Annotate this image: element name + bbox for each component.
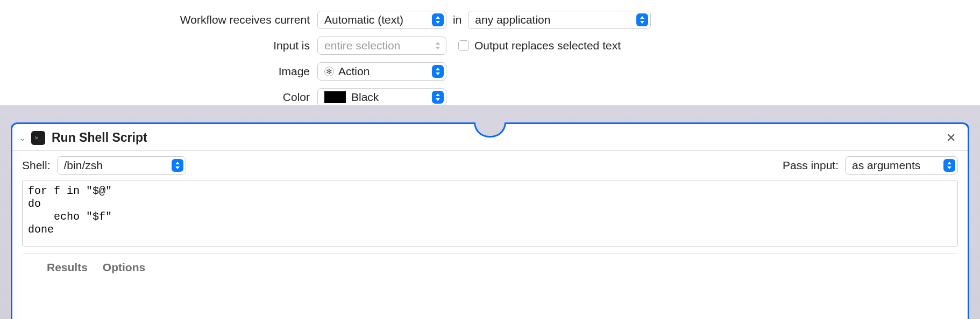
popup-color[interactable]: Black (317, 88, 446, 106)
label-shell: Shell: (22, 159, 51, 172)
popup-workflow-receives-value: Automatic (text) (324, 13, 403, 26)
popup-input-is[interactable]: entire selection (317, 37, 446, 55)
stepper-icon (432, 39, 444, 52)
stepper-icon (432, 65, 444, 78)
label-workflow-receives: Workflow receives current (0, 13, 317, 26)
popup-workflow-receives[interactable]: Automatic (text) (317, 11, 446, 29)
popup-input-is-value: entire selection (324, 39, 400, 52)
color-swatch (324, 91, 346, 103)
workflow-config: Workflow receives current Automatic (tex… (0, 0, 980, 106)
popup-pass-input-value: as arguments (852, 159, 920, 172)
stepper-icon (636, 13, 648, 26)
action-body: Shell: /bin/zsh Pass input: as arguments… (12, 151, 968, 274)
popup-image[interactable]: ✻ Action (317, 62, 446, 81)
tab-results[interactable]: Results (47, 261, 88, 274)
row-image: Image ✻ Action (0, 62, 980, 81)
workflow-canvas[interactable]: ⌄ >_ Run Shell Script ✕ Shell: /bin/zsh … (0, 105, 980, 319)
label-in: in (453, 13, 461, 26)
popup-pass-input[interactable]: as arguments (845, 156, 958, 175)
label-input-is: Input is (0, 39, 317, 52)
label-pass-input: Pass input: (783, 159, 839, 172)
row-workflow-receives: Workflow receives current Automatic (tex… (0, 11, 980, 29)
label-image: Image (0, 65, 317, 78)
popup-application-value: any application (475, 13, 550, 26)
disclosure-triangle[interactable]: ⌄ (19, 133, 26, 143)
popup-application[interactable]: any application (468, 11, 651, 29)
popup-shell[interactable]: /bin/zsh (57, 156, 186, 175)
popup-color-value: Black (351, 91, 379, 104)
label-color: Color (0, 91, 317, 104)
script-textarea[interactable]: for f in "$@" do echo "$f" done (22, 180, 958, 247)
checkbox-output-replaces[interactable] (458, 40, 469, 51)
tab-options[interactable]: Options (103, 261, 145, 274)
label-output-replaces: Output replaces selected text (474, 39, 621, 52)
row-color: Color Black (0, 88, 980, 106)
terminal-icon: >_ (31, 131, 45, 145)
popup-image-value: Action (338, 65, 370, 78)
stepper-icon (172, 159, 183, 172)
action-title: Run Shell Script (52, 130, 147, 145)
row-input-is: Input is entire selection Output replace… (0, 37, 980, 55)
row-shell-passinput: Shell: /bin/zsh Pass input: as arguments (22, 156, 958, 175)
action-footer: Results Options (22, 253, 958, 274)
gear-icon: ✻ (324, 67, 334, 76)
stepper-icon (432, 91, 444, 104)
popup-shell-value: /bin/zsh (64, 159, 103, 172)
stepper-icon (943, 159, 955, 172)
action-run-shell-script[interactable]: ⌄ >_ Run Shell Script ✕ Shell: /bin/zsh … (11, 122, 969, 319)
stepper-icon (432, 13, 444, 26)
close-icon[interactable]: ✕ (943, 131, 959, 145)
